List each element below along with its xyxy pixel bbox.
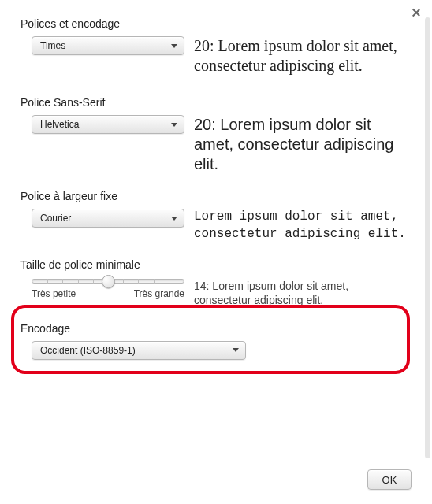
slider-thumb[interactable] bbox=[102, 275, 115, 288]
ok-button[interactable]: OK bbox=[367, 469, 412, 490]
chevron-down-icon bbox=[171, 217, 177, 220]
sans-font-select[interactable]: Helvetica bbox=[32, 115, 184, 134]
sans-preview: 20: Lorem ipsum dolor sit amet, consecte… bbox=[194, 115, 407, 174]
section-title-mono: Police à largeur fixe bbox=[20, 190, 412, 202]
slider-label-min: Très petite bbox=[32, 288, 76, 299]
section-title-serif: Polices et encodage bbox=[20, 17, 412, 30]
scrollbar[interactable] bbox=[425, 17, 430, 458]
chevron-down-icon bbox=[171, 123, 177, 127]
serif-font-select[interactable]: Times bbox=[32, 36, 184, 55]
section-serif: Polices et encodage Times 20: Lorem ipsu… bbox=[20, 17, 412, 76]
section-title-minsize: Taille de police minimale bbox=[20, 258, 412, 271]
chevron-down-icon bbox=[171, 44, 177, 48]
chevron-down-icon bbox=[233, 348, 239, 352]
section-title-sans: Police Sans-Serif bbox=[20, 96, 412, 109]
section-mono: Police à largeur fixe Courier Lorem ipsu… bbox=[20, 190, 412, 243]
font-settings-dialog: Polices et encodage Times 20: Lorem ipsu… bbox=[0, 0, 432, 504]
slider-label-max: Très grande bbox=[134, 288, 184, 299]
section-min-font-size: Taille de police minimale Très petite bbox=[20, 258, 412, 307]
mono-font-select[interactable]: Courier bbox=[32, 209, 184, 228]
encoding-value: Occident (ISO-8859-1) bbox=[40, 345, 136, 356]
minsize-preview: 14: Lorem ipsum dolor sit amet, consecte… bbox=[194, 279, 407, 307]
ok-button-label: OK bbox=[382, 474, 397, 486]
serif-preview: 20: Lorem ipsum dolor sit amet, consecte… bbox=[194, 36, 407, 76]
close-icon[interactable] bbox=[412, 8, 421, 17]
section-title-encoding: Encodage bbox=[20, 322, 412, 335]
section-encoding: Encodage Occident (ISO-8859-1) bbox=[20, 322, 412, 360]
min-size-slider[interactable] bbox=[32, 279, 184, 284]
mono-preview: Lorem ipsum dolor sit amet, consectetur … bbox=[194, 209, 407, 243]
mono-font-value: Courier bbox=[40, 213, 71, 224]
encoding-select[interactable]: Occident (ISO-8859-1) bbox=[32, 341, 246, 360]
section-sans: Police Sans-Serif Helvetica 20: Lorem ip… bbox=[20, 96, 412, 174]
sans-font-value: Helvetica bbox=[40, 119, 79, 130]
serif-font-value: Times bbox=[40, 40, 65, 51]
